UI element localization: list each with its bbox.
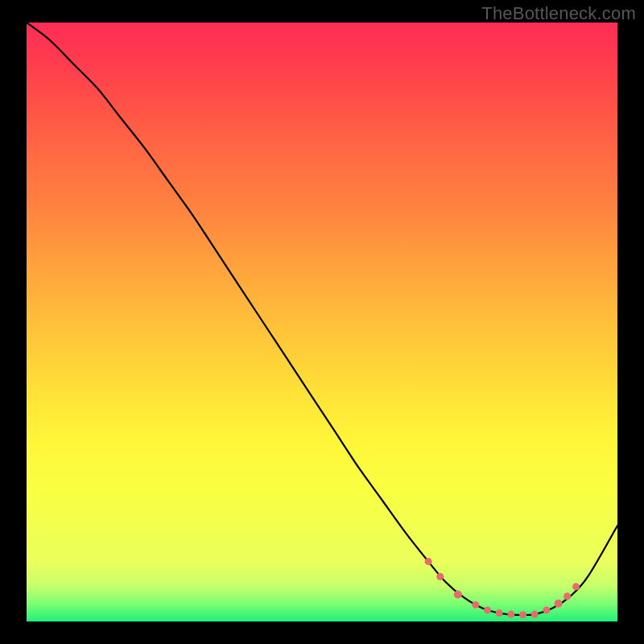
marker-dot — [436, 573, 444, 580]
marker-dot — [572, 583, 580, 590]
curve-layer — [27, 23, 617, 621]
marker-dot — [564, 592, 571, 600]
plot-area — [27, 23, 617, 621]
chart-frame: TheBottleneck.com — [0, 0, 644, 644]
marker-dot — [555, 600, 563, 608]
marker-dot — [484, 606, 491, 613]
marker-dot — [543, 606, 550, 613]
marker-dot — [496, 609, 503, 617]
optimal-zone-markers — [425, 558, 580, 618]
marker-dot — [425, 558, 432, 565]
marker-dot — [531, 611, 539, 618]
marker-dot — [472, 601, 479, 609]
bottleneck-curve — [27, 23, 617, 615]
marker-dot — [507, 611, 514, 618]
marker-dot — [454, 591, 462, 599]
marker-dot — [519, 611, 526, 618]
watermark-text: TheBottleneck.com — [481, 3, 636, 24]
